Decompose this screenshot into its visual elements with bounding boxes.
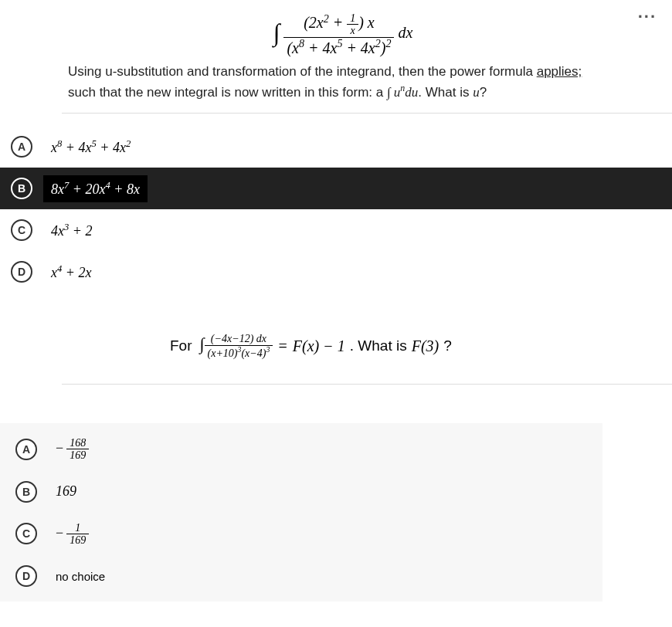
option-text: 169 (48, 479, 84, 504)
question-1-prompt: Using u-substitution and transformation … (68, 63, 618, 102)
option-a[interactable]: A−168169 (0, 428, 602, 471)
option-text: x4 + 2x (43, 259, 99, 286)
option-text: 4x3 + 2 (43, 217, 100, 244)
option-text: −168169 (48, 432, 97, 466)
option-text: 8x7 + 20x4 + 8x (43, 175, 148, 202)
option-letter: D (15, 565, 37, 587)
option-text: −1169 (48, 517, 97, 551)
option-b[interactable]: B169 (0, 471, 602, 513)
option-letter: A (11, 136, 32, 158)
integral-expression: ∫ (2x2 + 1x) x (x8 + 4x5 + 4x2)2 dx (68, 12, 618, 56)
question-1-options: Ax8 + 4x5 + 4x2B8x7 + 20x4 + 8xC4x3 + 2D… (0, 126, 672, 293)
option-letter: B (11, 178, 32, 199)
option-text: x8 + 4x5 + 4x2 (43, 134, 138, 161)
option-letter: B (15, 481, 37, 503)
option-letter: D (11, 261, 32, 283)
option-letter: A (15, 439, 37, 460)
question-2-prompt: For ∫ (−4x−12) dx (x+10)3(x−4)3 = F(x) −… (170, 324, 626, 372)
option-text: no choice (48, 565, 113, 588)
question-1-header: ∫ (2x2 + 1x) x (x8 + 4x5 + 4x2)2 dx Usin… (0, 0, 672, 114)
question-2-options: A−168169B169C−1169Dno choice (0, 423, 602, 602)
option-letter: C (11, 219, 32, 241)
question-2: For ∫ (−4x−12) dx (x+10)3(x−4)3 = F(x) −… (0, 316, 672, 602)
option-b[interactable]: B8x7 + 20x4 + 8x (0, 168, 672, 209)
question-1: ··· ∫ (2x2 + 1x) x (x8 + 4x5 + 4x2)2 dx … (0, 0, 672, 293)
option-letter: C (15, 523, 37, 544)
more-icon[interactable]: ··· (638, 14, 657, 20)
option-c[interactable]: C4x3 + 2 (0, 209, 672, 251)
option-c[interactable]: C−1169 (0, 513, 602, 556)
option-d[interactable]: Dno choice (0, 555, 602, 597)
option-a[interactable]: Ax8 + 4x5 + 4x2 (0, 126, 672, 168)
option-d[interactable]: Dx4 + 2x (0, 251, 672, 293)
